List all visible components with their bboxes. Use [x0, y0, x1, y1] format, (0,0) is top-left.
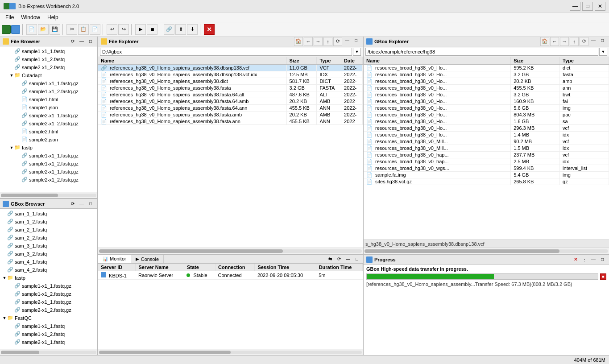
tree-item[interactable]: 🔗 sam_1_2.fastq: [0, 218, 97, 226]
gbox-explorer-hscroll[interactable]: [364, 248, 609, 254]
monitor-minimize-btn[interactable]: —: [344, 256, 352, 263]
col-type[interactable]: Type: [317, 57, 341, 65]
minimize-button[interactable]: —: [570, 2, 580, 11]
maximize-button[interactable]: □: [352, 37, 360, 44]
gbox-file-row[interactable]: 📄 sample.fa.img 5.4 GB img: [364, 172, 609, 178]
tb-download-btn[interactable]: ⬇: [187, 24, 198, 35]
tree-item[interactable]: 🔗 sample2-x1_2.fastq.gz: [0, 120, 97, 128]
file-row[interactable]: 📄 references_hg38_v0_Homo_sapiens_assemb…: [98, 85, 363, 91]
tree-item-fastp-gbox[interactable]: ▼ 📁 fastp: [0, 274, 97, 282]
tree-item[interactable]: 🔗 sam_3_2.fastq: [0, 250, 97, 258]
col-duration[interactable]: Duration Time: [316, 264, 362, 271]
tb-undo-btn[interactable]: ↩: [107, 24, 117, 35]
monitor-transfer-btn[interactable]: ⇆: [326, 256, 334, 263]
col-session[interactable]: Session Time: [255, 264, 316, 271]
tree-item[interactable]: 🔗 sample2-x1_2.fastq.gz: [0, 306, 97, 314]
back-button[interactable]: ←: [550, 37, 559, 46]
col-name[interactable]: Name: [98, 57, 286, 65]
tab-console[interactable]: ▶ Console: [131, 255, 164, 263]
tb-delete-btn[interactable]: ✕: [204, 24, 215, 35]
gbox-file-row[interactable]: 📄 resources_broad_hg38_v0_Ho... 1.6 GB s…: [364, 118, 609, 125]
gbox-browser-maximize[interactable]: □: [87, 200, 95, 207]
gbox-file-row[interactable]: 📄 resources_broad_hg38_v0_hap... 237.7 M…: [364, 152, 609, 158]
tree-item[interactable]: 🔗 sample1-x1_1.fastq: [0, 47, 97, 55]
tree-item-fastqc[interactable]: ▼ 📁 FastQC: [0, 314, 97, 322]
gbox-file-row[interactable]: 📄 resources_broad_hg38_v0_Ho... 5.6 GB i…: [364, 105, 609, 112]
file-browser-hscroll[interactable]: [0, 192, 97, 198]
col-state[interactable]: State: [184, 264, 215, 271]
tree-item[interactable]: 🔗 sample1-x1_2.fastq: [0, 330, 97, 338]
tb-copy-btn[interactable]: 📋: [78, 24, 89, 35]
home-button[interactable]: 🏠: [540, 37, 549, 46]
forward-button[interactable]: →: [314, 37, 323, 46]
close-button[interactable]: ✕: [595, 2, 605, 11]
col-serverid[interactable]: Server ID: [98, 264, 136, 271]
gbox-file-row[interactable]: 📄 resources_broad_hg38_v0_Ho... 1.4 MB i…: [364, 132, 609, 138]
tree-item-json2[interactable]: 📄 sample2.json: [0, 136, 97, 144]
tree-item-html[interactable]: 📄 sample1.html: [0, 95, 97, 103]
forward-button[interactable]: →: [560, 37, 569, 46]
progress-maximize[interactable]: □: [598, 256, 606, 263]
tree-item[interactable]: 🔗 sample1-x1_1.fastq.gz: [0, 282, 97, 290]
tb-paste-btn[interactable]: 📄: [90, 24, 100, 35]
file-browser-maximize[interactable]: □: [87, 38, 95, 45]
tree-item[interactable]: 🔗 sample2-x1_1.fastq.gz: [0, 112, 97, 120]
address-input[interactable]: D:\#gbox: [100, 48, 352, 56]
tree-item[interactable]: 🔗 sam_2_2.fastq: [0, 234, 97, 242]
monitor-refresh-btn[interactable]: ⟳: [335, 256, 343, 263]
progress-stop-all[interactable]: ✕: [572, 256, 580, 263]
tree-item[interactable]: 🔗 sample2-x1_1.fastq.gz: [0, 298, 97, 306]
gbox-browser-hscroll[interactable]: [0, 349, 97, 355]
up-button[interactable]: ↑: [323, 37, 332, 46]
gbox-file-row[interactable]: 📄 resources_broad_hg38_v0_Ho... 296.3 MB…: [364, 125, 609, 132]
gbox-address-input[interactable]: /bioex/example/reference/hg38: [365, 48, 598, 56]
tree-item[interactable]: 🔗 sample1-x1_1.fastq: [0, 322, 97, 330]
tb-connect-btn[interactable]: 🔗: [164, 24, 174, 35]
tree-item[interactable]: 🔗 sam_4_1.fastq: [0, 258, 97, 266]
back-button[interactable]: ←: [304, 37, 313, 46]
tree-item[interactable]: 🔗 sample1-x1_2.fastq: [0, 55, 97, 63]
gbox-file-row[interactable]: 📄 resources_broad_hg38_v0_wgs... 599.4 K…: [364, 165, 609, 172]
tree-item[interactable]: 🔗 sample1-x1_2.fastq.gz: [0, 87, 97, 95]
tb-cut-btn[interactable]: ✂: [66, 24, 77, 35]
tb-redo-btn[interactable]: ↪: [118, 24, 129, 35]
monitor-hscroll[interactable]: [98, 349, 363, 355]
tree-item[interactable]: 🔗 sam_3_1.fastq: [0, 242, 97, 250]
gbox-file-row[interactable]: 📄 resources_broad_hg38_v0_hap... 2.5 MB …: [364, 158, 609, 165]
address-dropdown[interactable]: ▼: [353, 48, 361, 56]
tb-save-btn[interactable]: 💾: [50, 24, 60, 35]
gbox-address-dropdown[interactable]: ▼: [599, 48, 607, 56]
tb-open-btn[interactable]: 📂: [38, 24, 49, 35]
refresh-button[interactable]: ⟳: [580, 37, 588, 46]
gbox-file-row[interactable]: 📄 resources_broad_hg38_v0_Mill... 90.2 M…: [364, 138, 609, 145]
gbox-file-row[interactable]: 📄 resources_broad_hg38_v0_Ho... 3.2 GB f…: [364, 71, 609, 78]
menu-window[interactable]: Window: [17, 13, 44, 21]
menu-file[interactable]: File: [2, 13, 17, 21]
file-row[interactable]: 📄 references_hg38_v0_Homo_sapiens_assemb…: [98, 78, 363, 85]
maximize-button[interactable]: □: [598, 37, 606, 44]
col-size[interactable]: Size: [511, 57, 560, 65]
file-explorer-hscroll[interactable]: [98, 248, 363, 254]
gbox-file-row[interactable]: 📄 resources_broad_hg38_v0_Ho... 20.2 KB …: [364, 78, 609, 85]
col-connection[interactable]: Connection: [215, 264, 255, 271]
maximize-button[interactable]: □: [582, 2, 593, 11]
monitor-maximize-btn[interactable]: □: [353, 256, 361, 263]
tree-item[interactable]: 🔗 sample1-x1_1.fastq.gz: [0, 152, 97, 160]
tree-item[interactable]: 🔗 sample2-x1_2.fastq: [0, 63, 97, 71]
col-type[interactable]: Type: [560, 57, 609, 65]
col-size[interactable]: Size: [286, 57, 317, 65]
menu-help[interactable]: Help: [44, 13, 62, 21]
file-row[interactable]: 📄 references_hg38_v0_Homo_sapiens_assemb…: [98, 91, 363, 98]
gbox-file-row[interactable]: 📄 resources_broad_hg38_v0_Ho... 595.2 KB…: [364, 65, 609, 71]
gbox-browser-minimize[interactable]: —: [78, 200, 86, 207]
file-browser-minimize[interactable]: —: [78, 38, 86, 45]
tree-item[interactable]: 🔗 sample2-x1_2.fastq.gz: [0, 176, 97, 184]
progress-stop-button[interactable]: ■: [600, 273, 606, 280]
home-button[interactable]: 🏠: [294, 37, 303, 46]
tb-upload-btn[interactable]: ⬆: [175, 24, 186, 35]
tree-item[interactable]: 🔗 sample2-x1_1.fastq.gz: [0, 168, 97, 176]
tb-stop-btn[interactable]: ⏹: [147, 24, 157, 35]
gbox-file-row[interactable]: 📄 resources_broad_hg38_v0_Ho... 160.9 KB…: [364, 98, 609, 105]
refresh-button[interactable]: ⟳: [333, 37, 342, 46]
minimize-button[interactable]: —: [589, 37, 597, 44]
